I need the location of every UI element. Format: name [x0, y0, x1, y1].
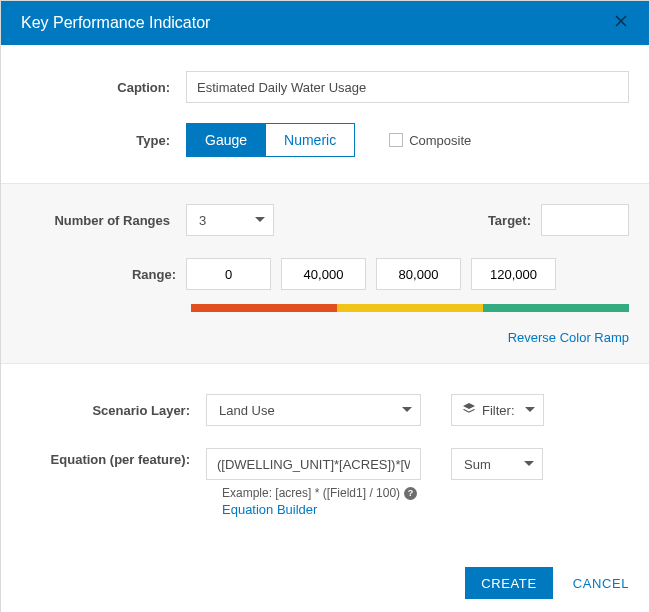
range-input-2[interactable] — [376, 258, 461, 290]
composite-checkbox[interactable]: Composite — [389, 133, 471, 148]
close-icon[interactable] — [613, 13, 629, 33]
filter-label: Filter: — [482, 403, 515, 418]
range-input-1[interactable] — [281, 258, 366, 290]
ramp-segment-0 — [191, 304, 337, 312]
dialog-title: Key Performance Indicator — [21, 14, 210, 32]
num-ranges-select[interactable]: 3 — [186, 204, 274, 236]
filter-button[interactable]: Filter: — [451, 394, 544, 426]
target-label: Target: — [481, 213, 541, 228]
create-button[interactable]: CREATE — [465, 567, 552, 599]
ramp-segment-2 — [483, 304, 629, 312]
type-label: Type: — [21, 133, 186, 148]
layers-icon — [462, 402, 476, 419]
scenario-layer-select[interactable]: Land Use — [206, 394, 421, 426]
caption-label: Caption: — [21, 80, 186, 95]
type-segmented-control: Gauge Numeric — [186, 123, 355, 157]
type-option-gauge[interactable]: Gauge — [187, 124, 265, 156]
chevron-down-icon — [524, 461, 534, 467]
type-option-numeric[interactable]: Numeric — [265, 124, 354, 156]
equation-label: Equation (per feature): — [21, 448, 206, 468]
kpi-dialog: Key Performance Indicator Caption: Type:… — [0, 0, 650, 612]
range-input-0[interactable] — [186, 258, 271, 290]
scenario-layer-label: Scenario Layer: — [21, 403, 206, 418]
target-input[interactable] — [541, 204, 629, 236]
help-icon[interactable]: ? — [404, 487, 417, 500]
example-text: Example: [acres] * ([Field1] / 100) — [222, 486, 400, 500]
reverse-color-ramp-link[interactable]: Reverse Color Ramp — [508, 330, 629, 345]
caption-input[interactable] — [186, 71, 629, 103]
composite-label: Composite — [409, 133, 471, 148]
equation-builder-link[interactable]: Equation Builder — [222, 502, 317, 517]
num-ranges-label: Number of Ranges — [21, 213, 186, 228]
aggregation-value: Sum — [464, 457, 491, 472]
color-ramp — [191, 304, 629, 312]
ramp-segment-1 — [337, 304, 483, 312]
equation-example: Example: [acres] * ([Field1] / 100) ? — [222, 486, 629, 500]
chevron-down-icon — [402, 407, 412, 413]
gauge-config-panel: Number of Ranges 3 Target: Range: — [1, 183, 649, 364]
range-input-3[interactable] — [471, 258, 556, 290]
scenario-layer-value: Land Use — [219, 403, 275, 418]
dialog-header: Key Performance Indicator — [1, 1, 649, 45]
cancel-button[interactable]: CANCEL — [573, 576, 629, 591]
equation-input[interactable] — [206, 448, 421, 480]
dialog-footer: CREATE CANCEL — [1, 517, 649, 612]
num-ranges-value: 3 — [199, 213, 206, 228]
chevron-down-icon — [525, 407, 535, 413]
aggregation-select[interactable]: Sum — [451, 448, 543, 480]
checkbox-box-icon — [389, 133, 403, 147]
range-inputs — [186, 258, 556, 290]
chevron-down-icon — [255, 217, 265, 223]
range-label: Range: — [21, 267, 186, 282]
